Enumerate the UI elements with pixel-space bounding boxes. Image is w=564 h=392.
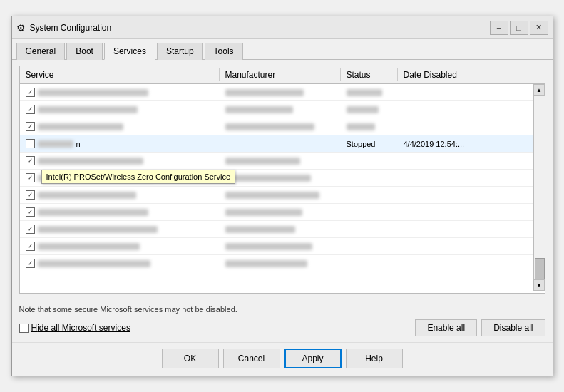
hide-services-label: Hide all Microsoft services [31,323,130,333]
table-header: Service Manufacturer Status Date Disable… [20,66,545,84]
service-checkbox[interactable] [26,122,35,131]
apply-button[interactable]: Apply [284,349,342,368]
cancel-button[interactable]: Cancel [223,349,280,368]
scroll-down-arrow[interactable]: ▼ [533,279,545,291]
service-tooltip: Intel(R) PROSet/Wireless Zero Configurat… [41,170,236,184]
maximize-button[interactable]: □ [510,21,528,35]
service-cell [20,153,220,169]
bottom-section: Note that some secure Microsoft services… [12,299,553,336]
minimize-button[interactable]: − [490,21,508,35]
manufacturer-cell [220,118,341,135]
service-cell [20,118,220,135]
manufacturer-cell [220,238,341,254]
manufacturer-cell [220,153,341,169]
enable-disable-buttons: Enable all Disable all [415,319,545,336]
date-cell [398,153,545,169]
service-checkbox[interactable] [26,190,35,200]
service-checkbox[interactable] [26,225,35,234]
scrollbar-thumb[interactable] [535,258,545,279]
service-cell [20,238,220,254]
table-row [20,255,545,272]
manufacturer-cell [220,135,341,152]
col-date-disabled: Date Disabled [398,68,545,81]
hide-underline: H [31,323,38,333]
status-cell [341,204,398,220]
col-manufacturer: Manufacturer [220,68,341,81]
dialog-buttons: OK Cancel Apply Help [12,342,553,376]
service-cell: n [20,135,220,152]
service-checkbox[interactable] [26,259,35,268]
tab-general[interactable]: General [16,43,66,60]
status-cell: Stopped [341,135,398,152]
services-table: Service Manufacturer Status Date Disable… [19,66,545,294]
manufacturer-cell [220,221,341,237]
help-button[interactable]: Help [346,349,403,368]
date-cell [398,204,545,220]
table-row [20,238,545,255]
service-cell [20,84,220,100]
close-button[interactable]: ✕ [530,21,548,35]
manufacturer-cell [220,204,341,220]
window-title: System Configuration [30,23,112,33]
table-row [20,187,545,204]
service-cell [20,221,220,237]
window-icon: ⚙ [16,22,26,33]
status-cell [341,84,398,100]
system-configuration-window: ⚙ System Configuration − □ ✕ General Boo… [11,16,553,376]
service-checkbox[interactable] [26,173,35,182]
service-checkbox[interactable] [26,156,35,165]
service-cell [20,101,220,118]
scrollbar-track[interactable] [534,96,545,279]
service-cell [20,204,220,220]
date-cell [398,255,545,272]
service-checkbox[interactable] [26,139,35,148]
service-cell [20,255,220,272]
date-cell [398,101,545,118]
hide-services-checkbox[interactable] [19,324,29,333]
table-row [20,221,545,238]
table-row [20,84,545,101]
status-cell [341,170,398,186]
table-row [20,101,545,118]
tab-services[interactable]: Services [104,43,155,60]
title-bar-buttons: − □ ✕ [490,21,548,35]
content-area: Service Manufacturer Status Date Disable… [12,60,553,299]
disable-all-button[interactable]: Disable all [481,319,545,336]
date-cell [398,84,545,100]
enable-all-button[interactable]: Enable all [415,319,477,336]
date-cell [398,170,545,186]
date-cell [398,118,545,135]
manufacturer-cell [220,101,341,118]
manufacturer-cell [220,187,341,203]
tab-startup[interactable]: Startup [157,43,203,60]
tab-boot[interactable]: Boot [66,43,103,60]
status-cell [341,187,398,203]
service-checkbox[interactable] [26,207,35,217]
manufacturer-cell [220,84,341,100]
bottom-row: Hide all Microsoft services Enable all D… [19,319,545,336]
table-row [20,153,545,170]
title-bar-left: ⚙ System Configuration [16,22,112,33]
scroll-up-arrow[interactable]: ▲ [533,84,545,96]
status-cell [341,221,398,237]
date-cell [398,221,545,237]
manufacturer-cell [220,170,341,186]
table-body: n Stopped 4/4/2019 12:54:... Intel(R) PR… [20,84,545,291]
tab-bar: General Boot Services Startup Tools [12,39,553,60]
title-bar: ⚙ System Configuration − □ ✕ [12,16,553,39]
date-cell: 4/4/2019 12:54:... [398,135,545,152]
service-checkbox[interactable] [26,88,35,97]
tab-tools[interactable]: Tools [205,43,243,60]
service-checkbox[interactable] [26,242,35,251]
manufacturer-cell [220,255,341,272]
ok-button[interactable]: OK [162,349,219,368]
table-row-tooltip: n Stopped 4/4/2019 12:54:... [20,135,545,153]
service-checkbox[interactable] [26,105,35,114]
status-cell [341,238,398,254]
scrollbar[interactable]: ▲ ▼ [533,84,545,291]
status-cell [341,153,398,169]
col-status: Status [341,68,398,81]
col-service: Service [20,68,220,81]
table-row [20,118,545,135]
date-cell [398,187,545,203]
